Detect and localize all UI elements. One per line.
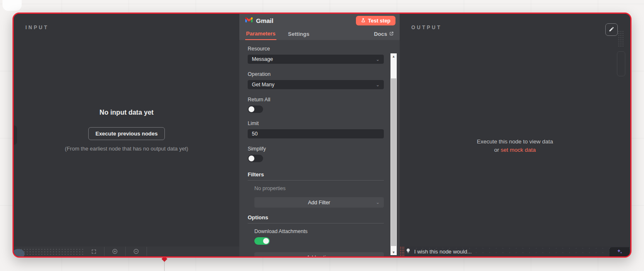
scrollbar-thumb[interactable] xyxy=(391,78,396,246)
node-header: Gmail Test step xyxy=(239,14,400,28)
operation-field: Operation Get Many ⌄ xyxy=(248,71,384,89)
chevron-down-icon: ⌄ xyxy=(376,200,380,205)
node-parameters-body: Resource Message ⌄ Operation Get Many ⌄ … xyxy=(239,40,400,256)
resource-field: Resource Message ⌄ xyxy=(248,46,384,64)
options-section-heading: Options xyxy=(248,214,384,223)
connection-line xyxy=(164,261,165,271)
chevron-down-icon: ⌄ xyxy=(376,57,380,62)
pencil-icon xyxy=(609,26,614,33)
output-empty-line1: Execute this node to view data xyxy=(400,138,630,146)
zoom-out-icon[interactable] xyxy=(130,248,142,254)
chevron-down-icon: ⌄ xyxy=(376,82,380,88)
download-attachments-toggle[interactable] xyxy=(254,237,270,245)
fit-view-icon[interactable] xyxy=(88,249,99,254)
simplify-toggle[interactable] xyxy=(248,155,263,162)
limit-field: Limit xyxy=(248,120,384,138)
output-empty-line2: or set mock data xyxy=(400,146,630,154)
external-link-icon xyxy=(389,31,394,37)
tab-settings[interactable]: Settings xyxy=(287,28,310,40)
tab-parameters[interactable]: Parameters xyxy=(245,28,276,40)
execute-previous-nodes-button[interactable]: Execute previous nodes xyxy=(88,127,165,140)
node-details-view: INPUT No input data yet Execute previous… xyxy=(12,13,632,258)
return-all-field: Return All xyxy=(248,97,384,113)
node-title: Gmail xyxy=(256,17,356,24)
input-panel: INPUT No input data yet Execute previous… xyxy=(14,14,239,256)
limit-label: Limit xyxy=(248,120,384,126)
filters-section-heading: Filters xyxy=(248,171,384,181)
resource-label: Resource xyxy=(248,46,384,52)
node-settings-panel: Gmail Test step Parameters Settings Docs… xyxy=(239,14,400,256)
wish-bar xyxy=(400,246,630,256)
zoom-in-icon[interactable] xyxy=(109,248,121,254)
flask-icon xyxy=(361,18,366,24)
operation-select[interactable]: Get Many ⌄ xyxy=(248,80,384,89)
return-all-label: Return All xyxy=(248,97,384,103)
operation-label: Operation xyxy=(248,71,384,77)
lightbulb-icon xyxy=(405,248,411,255)
no-input-data-text: No input data yet xyxy=(14,109,239,116)
dots-texture xyxy=(17,248,84,255)
input-hint-text: (From the earliest node that has no outp… xyxy=(58,145,195,153)
gmail-icon xyxy=(245,17,253,25)
parameters-scrollbar[interactable]: ▲ ▼ xyxy=(390,53,397,255)
input-panel-title: INPUT xyxy=(25,25,49,30)
chevron-down-icon: ⌄ xyxy=(376,255,380,256)
dots-texture xyxy=(400,246,404,256)
output-panel-title: OUTPUT xyxy=(411,25,442,30)
test-step-button[interactable]: Test step xyxy=(356,16,395,25)
wish-input[interactable] xyxy=(414,248,609,255)
input-empty-state: No input data yet Execute previous nodes… xyxy=(14,109,239,153)
sparkles-icon xyxy=(616,248,623,256)
edit-output-button[interactable] xyxy=(605,23,618,36)
panel-decor xyxy=(617,51,625,76)
canvas-controls xyxy=(88,246,152,256)
input-panel-bottom-strip xyxy=(14,246,239,256)
add-filter-button[interactable]: Add Filter ⌄ xyxy=(254,197,384,208)
background-node-fragment xyxy=(2,0,22,11)
scroll-down-arrow[interactable]: ▼ xyxy=(390,249,397,255)
node-tab-bar: Parameters Settings Docs xyxy=(239,28,400,40)
return-all-toggle[interactable] xyxy=(248,105,263,113)
filters-empty-note: No properties xyxy=(254,186,384,191)
output-panel: OUTPUT Execute this node to view data or… xyxy=(400,14,630,256)
resource-select[interactable]: Message ⌄ xyxy=(248,55,384,64)
scroll-up-arrow[interactable]: ▲ xyxy=(390,53,397,59)
download-attachments-label: Download Attachments xyxy=(254,228,384,234)
limit-input[interactable] xyxy=(248,129,384,138)
simplify-label: Simplify xyxy=(248,146,384,152)
ai-assistant-button[interactable] xyxy=(609,247,629,256)
dots-texture xyxy=(618,30,624,47)
add-option-button[interactable]: Add option ⌄ xyxy=(254,252,384,256)
simplify-field: Simplify xyxy=(248,146,384,162)
docs-link[interactable]: Docs xyxy=(374,28,394,40)
output-empty-state: Execute this node to view data or set mo… xyxy=(400,138,630,155)
set-mock-data-link[interactable]: set mock data xyxy=(501,147,536,153)
